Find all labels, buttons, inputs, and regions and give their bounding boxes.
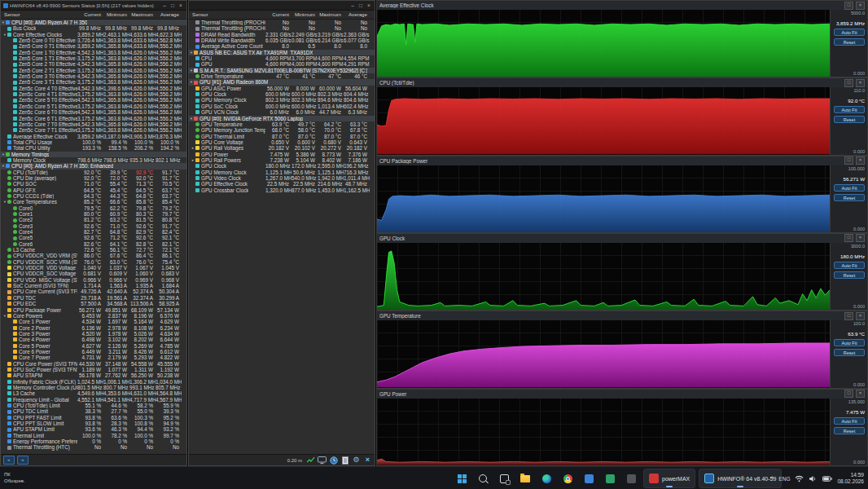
close-icon[interactable]: × <box>856 312 865 320</box>
sensor-row[interactable]: GPU Thermal Limit87.0 °C87.0 °C87.0 °C87… <box>189 134 375 139</box>
sensor-row[interactable]: CPU PPT FAST Limit93.8 %63.6 %100.3 %95.… <box>1 415 186 421</box>
chrome-button[interactable] <box>559 469 576 487</box>
auto-fit-button[interactable]: Auto Fit <box>834 184 865 192</box>
graph-titlebar[interactable]: GPU Power□× <box>377 390 867 399</box>
language-indicator[interactable]: ENG <box>778 476 790 482</box>
sensor-row[interactable]: CPU SOC71.0 °C55.4 °C71.3 °C70.5 °C <box>1 181 186 187</box>
sensor-row[interactable]: Thermal Throttling (PROCHOT CPU)NoNoNoNo <box>189 20 375 25</box>
column-header[interactable]: Sensor <box>1 11 77 19</box>
column-header[interactable]: Minimum <box>292 11 318 19</box>
column-header[interactable]: Current <box>77 11 103 19</box>
sensor-row[interactable]: Core 7 Power4.731 W2.179 W5.293 W4.822 W <box>1 355 186 360</box>
window-titlebar[interactable]: HWiNFO64 v8.40-5900 Sensors Status [0.5N… <box>1 1 186 11</box>
sensor-row[interactable]: GPU Effective Clock22.5 MHz22.5 MHz214.6… <box>189 181 375 187</box>
sensor-group-header[interactable]: ▾S.M.A.R.T.: SAMSUNG MZVL81T00ELB-00BTW … <box>189 68 375 73</box>
column-header[interactable]: Sensor <box>189 11 265 19</box>
sensor-row[interactable]: Zen5 Core 3 T0 Effective Clock4,542.3 MH… <box>1 73 186 79</box>
sensor-row[interactable]: Average Active Core Count8.06.58.08.0 <box>189 43 375 49</box>
sensor-row[interactable]: CPU VDD_MISC Voltage (SVI3 TFN)0.966 V0.… <box>1 277 186 283</box>
maximize-icon[interactable]: □ <box>844 390 853 398</box>
sensor-row[interactable]: CPU Core Power (SVI3 TFN)44.530 W37.148 … <box>1 361 186 367</box>
monitor-icon[interactable] <box>318 456 327 465</box>
sensor-row[interactable]: ▾Core Effective Clocks3,859.2 MHz2,463.1… <box>1 32 186 37</box>
maximize-icon[interactable]: □ <box>169 2 176 8</box>
reset-button[interactable]: Reset <box>834 349 865 356</box>
sensor-row[interactable]: GPU Video Clock1,267.0 MHz540.0 MHz1,942… <box>189 175 375 181</box>
close-icon[interactable]: × <box>856 2 865 10</box>
column-header[interactable]: Minimum <box>103 11 129 19</box>
sensor-row[interactable]: GPU Clock180.0 MHz172.0 MHz2,595.0 MHz19… <box>189 163 375 169</box>
sensor-row[interactable]: ▾Core Powers6.453 W2.837 W8.196 W6.570 W <box>1 313 186 319</box>
sensor-row[interactable]: Total CPU Utility193.3 %158.5 %206.2 %19… <box>1 145 186 151</box>
sensor-row[interactable]: L3 Cache72.6 °C56.1 °C72.7 °C72.1 °C <box>1 247 186 253</box>
sensor-row[interactable]: CPU Core Current (SVI3 TFN)49.726 A42.64… <box>1 289 186 294</box>
sensor-row[interactable]: GPU Memory Clock802.3 MHz802.3 MHz894.6 … <box>189 97 375 103</box>
sensor-row[interactable]: GPU Memory Clock1,125.1 MHz50.6 MHz1,125… <box>189 170 375 175</box>
start-button[interactable] <box>453 469 471 487</box>
sensor-row[interactable]: GPU ASIC Power56.000 W8.000 W60.000 W56.… <box>189 86 375 91</box>
auto-fit-button[interactable]: Auto Fit <box>834 339 865 346</box>
sensor-row[interactable]: Memory Clock798.6 MHz798.6 MHz935.3 MHz8… <box>1 157 186 163</box>
sensor-row[interactable]: CPU CCD1 (Tdie)64.3 °C44.3 °C64.8 °C63.7… <box>1 193 186 199</box>
sensor-row[interactable]: ▾Core Temperatures85.2 °C66.6 °C85.8 °C8… <box>1 199 186 205</box>
sensor-row[interactable]: DRAM Read Bandwidth2.331 GB/s2.249 GB/s3… <box>189 32 375 37</box>
graph-titlebar[interactable]: CPU (Tctl/Tdie)□× <box>377 78 867 87</box>
sensor-row[interactable]: GPU Temperature63.9 °C49.7 °C64.2 °C63.3… <box>189 121 375 127</box>
sensor-group-header[interactable]: ▾Memory Timings <box>1 152 186 157</box>
sensor-row[interactable]: Core 2 Power6.136 W2.978 W8.108 W6.234 W <box>1 325 186 331</box>
sensor-row[interactable]: Core682.6 °C64.1 °C82.8 °C82.1 °C <box>1 241 186 247</box>
app-button[interactable] <box>580 469 598 487</box>
close-icon[interactable]: × <box>856 79 865 87</box>
sensor-row[interactable]: APU STAPM56.178 W27.762 W56.250 W50.238 … <box>1 372 186 378</box>
sensor-row[interactable]: Thermal Throttling (PROCHOT EXT)NoNoNoNo <box>189 25 375 31</box>
sensor-row[interactable]: Core 1 Power4.534 W1.697 W5.164 W4.629 W <box>1 319 186 324</box>
edge-button[interactable] <box>537 469 555 487</box>
sensor-row[interactable]: Core180.0 °C60.9 °C80.3 °C79.7 °C <box>1 211 186 217</box>
reset-button[interactable]: Reset <box>834 271 865 279</box>
maximize-icon[interactable]: □ <box>844 234 853 242</box>
file-explorer-button[interactable] <box>516 469 534 487</box>
sensor-group-header[interactable]: ▾GPU [#0]: NVIDIA GeForce RTX 5060 Lapto… <box>189 116 375 121</box>
sensor-row[interactable]: GPU4,600 RPM4,000 RPM4,600 RPM4,291 RPM <box>189 61 375 67</box>
sensor-row[interactable]: GPU Core Voltage0.650 V0.600 V0.680 V0.6… <box>189 139 375 145</box>
sensor-row[interactable]: GPU SoC Clock600.0 MHz600.0 MHz1,013.4 M… <box>189 104 375 109</box>
maximize-icon[interactable]: □ <box>844 79 853 87</box>
sensor-row[interactable]: Core 6 Power6.449 W3.211 W8.426 W6.612 W <box>1 349 186 355</box>
app-button[interactable] <box>601 469 619 487</box>
settings-gear-icon[interactable]: ⚙ <box>352 456 361 465</box>
app-button[interactable] <box>622 469 640 487</box>
maximize-icon[interactable]: □ <box>844 312 853 320</box>
sensor-row[interactable]: Core079.5 °C62.2 °C79.8 °C79.2 °C <box>1 205 186 211</box>
reset-button[interactable]: Reset <box>834 427 865 434</box>
column-header[interactable]: Maximum <box>318 11 344 19</box>
sensor-row[interactable]: Zen5c Core 6 T1 Effective Clock3,175.2 M… <box>1 116 186 121</box>
window-titlebar[interactable]: – □ × <box>189 1 375 11</box>
auto-fit-button[interactable]: Auto Fit <box>834 106 865 113</box>
sensor-group-header[interactable]: ▾ASUS NB EC: ASUS TX Air TXA91RM_TXA91DX <box>189 50 375 55</box>
sensor-row[interactable]: CPU Package Power56.271 W49.851 W68.109 … <box>1 307 186 313</box>
sensor-row[interactable]: Zen5c Core 4 T1 Effective Clock3,175.2 M… <box>1 91 186 97</box>
sensor-row[interactable]: Core 5 Power4.627 W2.126 W5.269 W4.785 W <box>1 343 186 349</box>
reset-button[interactable]: Reset <box>834 194 865 201</box>
sensor-row[interactable]: Zen5 Core 1 T0 Effective Clock4,542.3 MH… <box>1 50 186 55</box>
sensor-row[interactable]: CPU VDDCR_VDD Voltage (SVI3 TFN)1.040 V1… <box>1 265 186 271</box>
sensor-row[interactable]: Zen5 Core 2 T1 Effective Clock3,175.2 MH… <box>1 68 186 73</box>
sensor-row[interactable]: Core 3 Power4.520 W1.978 W5.026 W4.634 W <box>1 331 186 337</box>
sensor-row[interactable]: Drive Temperature47 °C41 °C47 °C46 °C <box>189 73 375 79</box>
sensor-row[interactable]: CPU Die (average)92.0 °C72.0 °C92.0 °C91… <box>1 175 186 181</box>
sensor-row[interactable]: GPU Memory Junction Temperature68.0 °C58… <box>189 127 375 133</box>
sensor-row[interactable]: GPU Clock600.0 MHz600.0 MHz802.3 MHz604.… <box>189 91 375 97</box>
sensor-row[interactable]: Zen5c Core 7 T0 Effective Clock4,542.3 M… <box>1 121 186 127</box>
column-header[interactable]: Average <box>344 11 370 19</box>
sensor-row[interactable]: Core592.6 °C71.2 °C92.6 °C92.1 °C <box>1 235 186 240</box>
sensor-row[interactable]: CPU TDC Limit38.3 %27.7 %55.0 %39.3 % <box>1 408 186 414</box>
sensor-row[interactable]: APU GFX64.5 °C45.4 °C64.5 °C63.7 °C <box>1 187 186 193</box>
sensor-row[interactable]: Thermal Limit100.0 %78.2 %100.0 %99.7 % <box>1 433 186 438</box>
search-button[interactable] <box>474 469 492 487</box>
maximize-icon[interactable]: □ <box>357 2 364 8</box>
sensor-row[interactable]: Core281.2 °C63.2 °C81.5 °C80.8 °C <box>1 217 186 222</box>
reset-button[interactable]: Reset <box>834 116 865 123</box>
close-icon[interactable]: × <box>366 2 372 8</box>
close-icon[interactable]: × <box>178 2 184 8</box>
sensor-row[interactable]: CPU PPT SLOW Limit93.8 %28.3 %100.8 %94.… <box>1 421 186 426</box>
